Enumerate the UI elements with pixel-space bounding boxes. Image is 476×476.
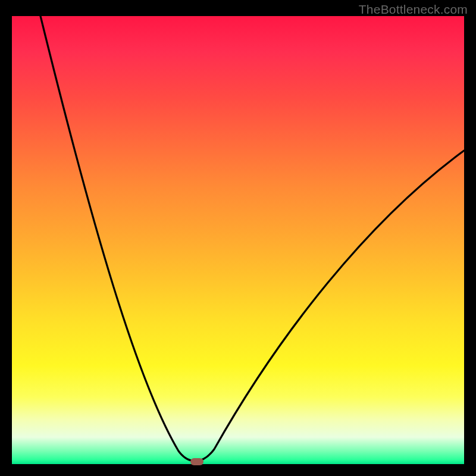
optimal-marker bbox=[190, 458, 203, 465]
plot-area bbox=[12, 16, 464, 464]
watermark-text: TheBottleneck.com bbox=[359, 2, 468, 17]
chart-stage: TheBottleneck.com bbox=[0, 0, 476, 476]
